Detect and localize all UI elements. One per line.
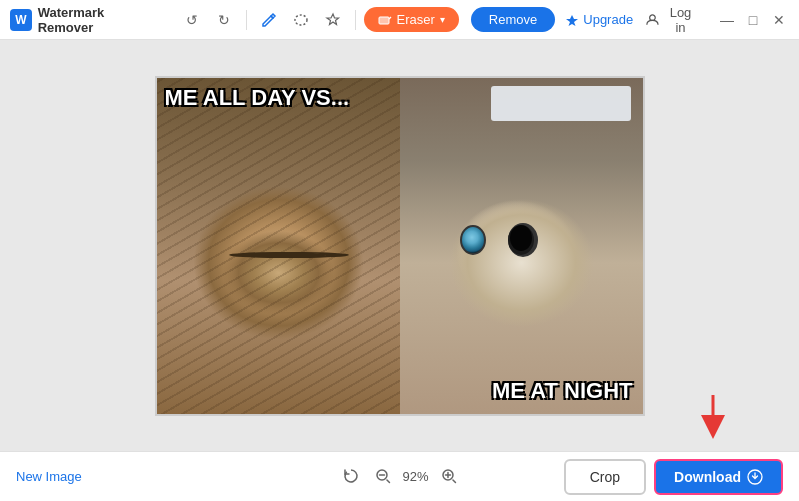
- download-icon: [747, 469, 763, 485]
- logo-icon: W: [10, 9, 32, 31]
- lasso-icon: [293, 12, 309, 28]
- eraser-button[interactable]: Eraser ▾: [364, 7, 459, 32]
- new-image-button[interactable]: New Image: [16, 469, 82, 484]
- zoom-out-button[interactable]: [370, 464, 394, 488]
- meme-right-panel: ME AT NIGHT: [400, 78, 643, 414]
- svg-point-0: [295, 15, 307, 25]
- meme-left-panel: ME ALL DAY VS...: [157, 78, 400, 414]
- eraser-dropdown-icon: ▾: [440, 14, 445, 25]
- upgrade-button[interactable]: Upgrade: [565, 12, 633, 27]
- cat-right: [400, 78, 643, 414]
- user-icon: [645, 12, 660, 28]
- pen-icon: [261, 12, 277, 28]
- meme-text-top-left: ME ALL DAY VS...: [165, 86, 350, 110]
- titlebar: W Watermark Remover ↺ ↻: [0, 0, 799, 40]
- star-icon: [325, 12, 341, 28]
- window-controls: — □ ✕: [717, 10, 789, 30]
- upgrade-icon: [565, 13, 579, 27]
- svg-point-2: [650, 14, 656, 20]
- toolbar-separator: [246, 10, 247, 30]
- watermark-removed-area: [491, 86, 631, 121]
- toolbar-tools: ↺ ↻ Eraser ▾: [178, 6, 556, 34]
- rotate-icon: [341, 467, 359, 485]
- cat-left: [157, 78, 400, 414]
- titlebar-right: Upgrade Log in — □ ✕: [565, 5, 789, 35]
- redo-button[interactable]: ↻: [210, 6, 238, 34]
- zoom-in-icon: [440, 467, 458, 485]
- login-button[interactable]: Log in: [645, 5, 697, 35]
- arrow-svg: [695, 391, 731, 439]
- zoom-level: 92%: [402, 469, 428, 484]
- svg-rect-1: [379, 17, 389, 24]
- canvas-area: ME ALL DAY VS... ME AT NIGHT: [0, 40, 799, 451]
- bottom-right-buttons: Crop Download: [564, 459, 783, 495]
- crop-button[interactable]: Crop: [564, 459, 646, 495]
- eraser-icon: [378, 13, 392, 27]
- app-title: Watermark Remover: [38, 5, 162, 35]
- undo-button[interactable]: ↺: [178, 6, 206, 34]
- zoom-in-button[interactable]: [437, 464, 461, 488]
- toolbar-separator-2: [355, 10, 356, 30]
- rotate-reset-button[interactable]: [338, 464, 362, 488]
- maximize-button[interactable]: □: [743, 10, 763, 30]
- bottom-bar: New Image 92% Crop: [0, 451, 799, 501]
- close-button[interactable]: ✕: [769, 10, 789, 30]
- lasso-tool-button[interactable]: [287, 6, 315, 34]
- pen-tool-button[interactable]: [255, 6, 283, 34]
- star-tool-button[interactable]: [319, 6, 347, 34]
- zoom-controls: 92%: [338, 464, 460, 488]
- minimize-button[interactable]: —: [717, 10, 737, 30]
- meme-image: ME ALL DAY VS... ME AT NIGHT: [155, 76, 645, 416]
- app-logo: W Watermark Remover: [10, 5, 162, 35]
- zoom-out-icon: [373, 467, 391, 485]
- download-button[interactable]: Download: [654, 459, 783, 495]
- red-arrow-indicator: [695, 391, 731, 443]
- meme-text-bottom-right: ME AT NIGHT: [492, 379, 633, 403]
- remove-button[interactable]: Remove: [471, 7, 555, 32]
